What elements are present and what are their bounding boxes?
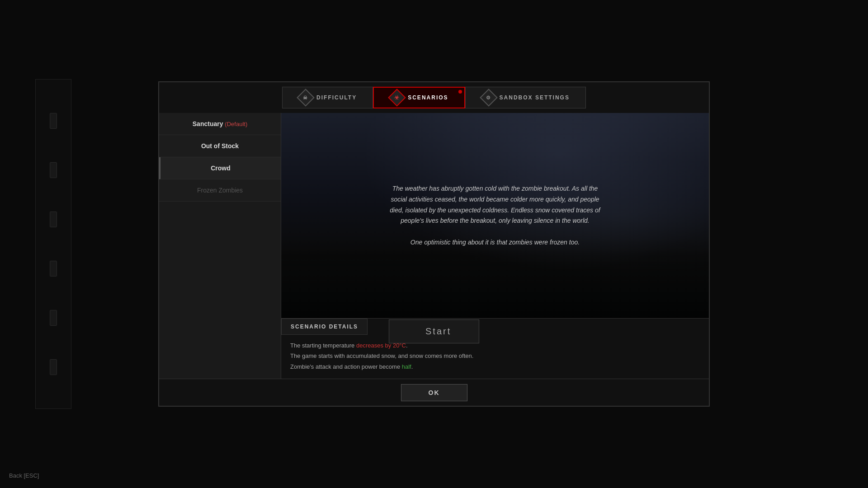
scenario-item-out-of-stock[interactable]: Out of Stock (159, 135, 281, 157)
scenario-background: The weather has abruptly gotten cold wit… (281, 113, 709, 318)
biohazard-icon: ☣ (394, 94, 400, 101)
scenario-details-content: The starting temperature decreases by 20… (281, 335, 709, 379)
tab-scenarios[interactable]: ☣ SCENARIOS (373, 87, 465, 108)
scenario-details-section: SCENARIO DETAILS The starting temperatur… (281, 318, 709, 379)
panel-bolt (50, 162, 57, 178)
scenario-item-frozen-zombies[interactable]: Frozen Zombies (159, 179, 281, 202)
panel-bolt (50, 211, 57, 227)
notification-dot (458, 90, 462, 94)
back-button[interactable]: Back [ESC] (9, 472, 39, 479)
detail-1-prefix: The starting temperature (290, 342, 356, 349)
panel-bolt (50, 261, 57, 277)
scenario-details-header: SCENARIO DETAILS (281, 319, 368, 335)
scenario-list: Sanctuary (Default) Out of Stock Crowd F… (159, 113, 281, 379)
main-panel: ☠ DIFFICULTY ☣ SCENARIOS ⚙ SANDBOX SETTI… (158, 81, 710, 407)
ok-button[interactable]: OK (401, 384, 467, 401)
detail-2-prefix: The game starts with accumulated snow, a… (290, 352, 473, 359)
out-of-stock-label: Out of Stock (201, 142, 239, 150)
scenarios-diamond-icon: ☣ (390, 90, 404, 105)
bottom-area: OK (159, 379, 709, 406)
gear-icon: ⚙ (486, 95, 491, 101)
tabs-header: ☠ DIFFICULTY ☣ SCENARIOS ⚙ SANDBOX SETTI… (159, 82, 709, 113)
scenario-description-paragraph-2: One optimistic thing about it is that zo… (388, 237, 602, 248)
detail-line-1: The starting temperature decreases by 20… (290, 340, 700, 351)
tab-sandbox-label: SANDBOX SETTINGS (500, 94, 570, 101)
frozen-zombies-label: Frozen Zombies (197, 187, 243, 194)
tab-difficulty[interactable]: ☠ DIFFICULTY (282, 87, 373, 108)
sanctuary-label: Sanctuary (193, 120, 223, 127)
tab-difficulty-label: DIFFICULTY (316, 94, 357, 101)
scenario-description-paragraph-1: The weather has abruptly gotten cold wit… (388, 183, 602, 226)
detail-3-prefix: Zombie's attack and action power become (290, 363, 402, 370)
left-decorative-panel (35, 79, 71, 409)
scenario-description: The weather has abruptly gotten cold wit… (388, 183, 602, 248)
scenario-item-crowd[interactable]: Crowd (159, 157, 281, 179)
sanctuary-suffix: (Default) (225, 121, 247, 127)
start-button[interactable]: Start (389, 319, 479, 343)
scenario-item-sanctuary[interactable]: Sanctuary (Default) (159, 113, 281, 135)
detail-line-3: Zombie's attack and action power become … (290, 361, 700, 372)
detail-3-suffix: . (411, 363, 413, 370)
detail-3-highlight: half (402, 363, 411, 370)
screen: ☠ DIFFICULTY ☣ SCENARIOS ⚙ SANDBOX SETTI… (0, 0, 868, 488)
tab-sandbox[interactable]: ⚙ SANDBOX SETTINGS (465, 87, 586, 108)
crowd-label: Crowd (211, 164, 231, 172)
panel-bolt (50, 310, 57, 326)
skull-icon: ☠ (303, 95, 308, 101)
difficulty-diamond-icon: ☠ (298, 90, 313, 105)
detail-line-2: The game starts with accumulated snow, a… (290, 351, 700, 361)
scenario-view: The weather has abruptly gotten cold wit… (281, 113, 709, 379)
panel-bolt (50, 359, 57, 375)
sandbox-diamond-icon: ⚙ (481, 90, 496, 105)
tab-scenarios-label: SCENARIOS (408, 94, 448, 101)
panel-bolt (50, 113, 57, 129)
